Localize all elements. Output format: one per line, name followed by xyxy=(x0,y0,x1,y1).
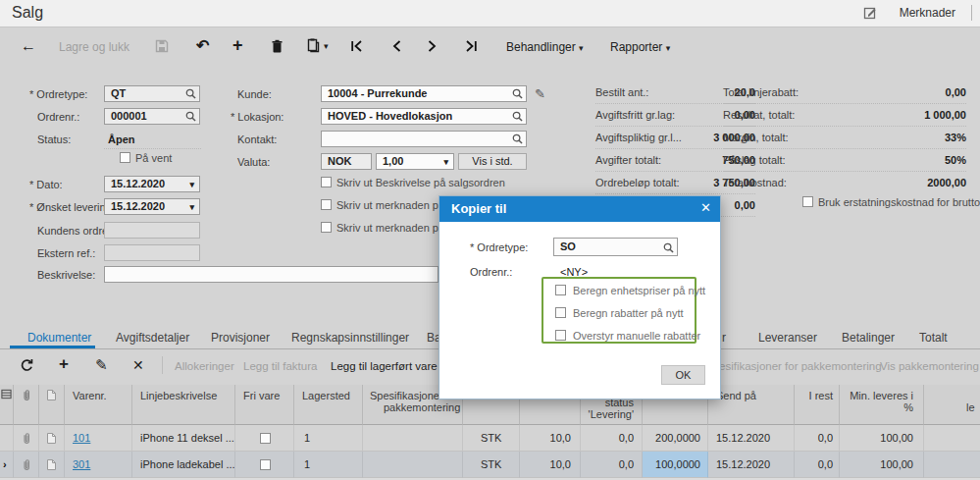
cell-fri-vare[interactable] xyxy=(235,425,294,452)
ordrenr-field[interactable]: 000001 xyxy=(104,108,200,125)
kontakt-search-icon[interactable] xyxy=(512,133,523,147)
cell-min-leveres[interactable]: 100,00 xyxy=(840,452,924,478)
levering-dropdown-icon[interactable]: ▾ xyxy=(189,200,194,215)
rapporter-menu[interactable]: Rapporter ▾ xyxy=(610,40,670,54)
cell-pris-highlighted[interactable]: 100,0000 xyxy=(643,452,708,478)
tab-regnskapsinnstillinger[interactable]: Regnskapsinnstillinger xyxy=(291,331,409,345)
fri-vare-checkbox[interactable] xyxy=(260,433,271,444)
grid-delete-icon[interactable]: ✕ xyxy=(132,357,144,373)
cell-lagersted[interactable]: 1 xyxy=(294,425,363,452)
copy-paste-dropdown-icon[interactable]: ▾ xyxy=(324,41,329,51)
cell-pris[interactable]: 200,0000 xyxy=(643,425,708,452)
cell-spesifikasjoner[interactable] xyxy=(363,425,463,452)
kundens-ordrenr-field[interactable] xyxy=(104,222,200,239)
lokasjon-search-icon[interactable] xyxy=(512,111,523,125)
undo-icon[interactable]: ↶ xyxy=(196,36,209,55)
first-record-icon[interactable] xyxy=(350,40,363,54)
ordrenr-search-icon[interactable] xyxy=(185,111,196,125)
cell-linjebeskrivelse[interactable]: iPhone 11 deksel ... xyxy=(132,425,235,452)
last-record-icon[interactable] xyxy=(465,40,478,54)
tab-partial-r[interactable]: r xyxy=(722,331,726,345)
refresh-icon[interactable] xyxy=(20,358,34,375)
varenr-link[interactable]: 301 xyxy=(73,458,90,470)
tab-totalt[interactable]: Totalt xyxy=(919,331,948,345)
row-attachment-cell[interactable] xyxy=(14,425,39,452)
cell-antall[interactable]: 10,0 xyxy=(520,425,581,452)
valuta-rate-field[interactable]: 1,00 ▾ xyxy=(376,153,454,170)
tab-dokumenter[interactable]: Dokumenter xyxy=(27,331,91,345)
tab-betalinger[interactable]: Betalinger xyxy=(842,331,895,345)
merknader-button[interactable]: Merknader xyxy=(900,6,955,20)
cell-varenr[interactable]: 301 xyxy=(65,452,132,478)
cell-varenr[interactable]: 101 xyxy=(65,425,132,452)
cell-enhet[interactable]: STK xyxy=(463,425,520,452)
legg-til-lagerfort-vare-button[interactable]: Legg til lagerført vare xyxy=(331,360,438,372)
grid-edit-icon[interactable]: ✎ xyxy=(95,356,108,374)
varenr-link[interactable]: 101 xyxy=(73,432,90,444)
column-config-icon[interactable] xyxy=(0,385,14,425)
row-note-cell[interactable] xyxy=(39,452,65,478)
cell-i-rest[interactable]: 0,0 xyxy=(795,452,840,478)
valuta-code-field[interactable]: NOK xyxy=(321,153,372,170)
ordretype-search-icon[interactable] xyxy=(185,88,196,102)
cell-fri-vare[interactable] xyxy=(235,452,294,478)
beregn-enhetspriser-checkbox[interactable] xyxy=(555,285,566,295)
fri-vare-checkbox[interactable] xyxy=(260,459,271,470)
beregn-rabatter-checkbox[interactable] xyxy=(555,307,566,318)
grid-add-icon[interactable]: + xyxy=(59,354,69,374)
close-icon[interactable]: ✕ xyxy=(700,200,711,215)
beskrivelse-field[interactable] xyxy=(104,266,438,283)
cell-lagersted[interactable]: 1 xyxy=(294,452,363,478)
dato-dropdown-icon[interactable]: ▾ xyxy=(189,178,194,192)
overstyr-rabatter-checkbox[interactable] xyxy=(555,330,566,341)
table-row[interactable]: 101 iPhone 11 deksel ... 1 STK 10,0 0,0 … xyxy=(0,425,980,452)
levering-field[interactable]: 15.12.2020 ▾ xyxy=(104,198,200,215)
add-icon[interactable]: + xyxy=(232,35,243,56)
cell-status-levering[interactable]: 0,0 xyxy=(581,425,643,452)
modal-ordretype-field[interactable]: SO xyxy=(553,238,678,256)
tab-provisjoner[interactable]: Provisjoner xyxy=(211,331,270,345)
cell-last[interactable] xyxy=(924,425,980,452)
table-row-selected[interactable]: › 301 iPhone ladekabel ... 1 STK 10,0 0,… xyxy=(0,452,980,478)
cell-i-rest[interactable]: 0,0 xyxy=(795,425,840,452)
header-fri-vare[interactable]: Fri vare xyxy=(235,385,294,425)
cell-spesifikasjoner[interactable] xyxy=(363,452,463,478)
cell-antall[interactable]: 10,0 xyxy=(520,452,581,478)
row-selector-cell[interactable] xyxy=(0,425,14,452)
cell-linjebeskrivelse[interactable]: iPhone ladekabel ... xyxy=(132,452,235,478)
cell-enhet[interactable]: STK xyxy=(463,452,520,478)
cell-status-levering[interactable]: 0,0 xyxy=(581,452,643,478)
print-merknad-2-checkbox[interactable] xyxy=(321,222,332,233)
tab-avgiftsdetaljer[interactable]: Avgiftsdetaljer xyxy=(116,331,189,345)
ordretype-field[interactable]: QT xyxy=(104,85,200,102)
row-selector-cell[interactable]: › xyxy=(0,452,14,478)
kunde-edit-icon[interactable]: ✎ xyxy=(535,86,545,101)
ekstern-ref-field[interactable] xyxy=(104,244,200,261)
header-varenr[interactable]: Varenr. xyxy=(65,385,132,425)
cell-min-leveres[interactable]: 100,00 xyxy=(840,425,924,452)
print-beskrivelse-checkbox[interactable] xyxy=(321,177,332,187)
header-min-leveres[interactable]: Min. leveres i % xyxy=(840,385,924,425)
kontakt-field[interactable] xyxy=(321,131,527,147)
delete-icon[interactable] xyxy=(271,39,284,55)
erstatning-checkbox[interactable] xyxy=(802,196,813,207)
header-last-partial[interactable]: le xyxy=(924,385,980,425)
modal-ordretype-search-icon[interactable] xyxy=(663,241,674,256)
behandlinger-menu[interactable]: Behandlinger ▾ xyxy=(506,40,584,54)
next-record-icon[interactable] xyxy=(428,40,438,54)
dialog-header[interactable]: Kopier til ✕ xyxy=(439,196,720,222)
print-merknad-1-checkbox[interactable] xyxy=(321,199,332,210)
pa-vent-checkbox[interactable] xyxy=(120,152,130,163)
lokasjon-field[interactable]: HOVED - Hovedlokasjon xyxy=(321,108,527,125)
cell-send-pa[interactable]: 15.12.2020 xyxy=(708,452,795,478)
vis-i-std-button[interactable]: Vis i std. xyxy=(458,153,527,170)
valuta-rate-dropdown-icon[interactable]: ▾ xyxy=(443,155,448,170)
dato-field[interactable]: 15.12.2020 ▾ xyxy=(104,176,200,192)
header-linjebeskrivelse[interactable]: Linjebeskrivelse xyxy=(132,385,235,425)
tab-leveranser[interactable]: Leveranser xyxy=(758,331,817,345)
cell-last[interactable] xyxy=(924,452,980,478)
kunde-search-icon[interactable] xyxy=(512,88,523,102)
row-attachment-cell[interactable] xyxy=(14,452,39,478)
header-send-pa[interactable]: Send på xyxy=(708,385,795,425)
copy-paste-icon[interactable] xyxy=(307,38,320,55)
